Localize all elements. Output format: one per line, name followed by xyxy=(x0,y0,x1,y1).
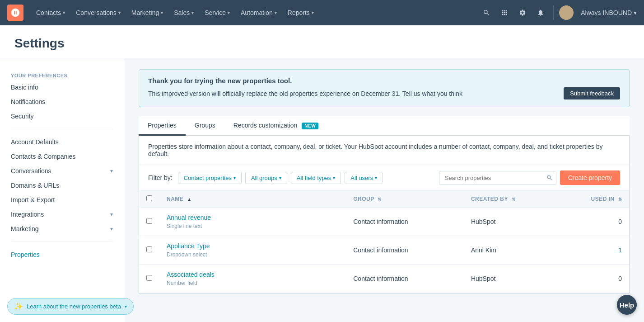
sidebar-item-account-defaults[interactable]: Account Defaults xyxy=(0,135,124,149)
sidebar-item-properties[interactable]: Properties xyxy=(0,247,124,262)
chevron-down-icon: ▾ xyxy=(110,226,113,232)
sort-icon-name[interactable]: ▲ xyxy=(187,197,191,202)
table-row: Annual revenue Single line text Contact … xyxy=(139,208,629,236)
chevron-down-icon: ▾ xyxy=(375,175,377,180)
chevron-down-icon: ▾ xyxy=(279,175,281,180)
apps-icon[interactable] xyxy=(497,5,512,20)
search-input[interactable] xyxy=(439,171,556,185)
sidebar-item-notifications[interactable]: Notifications xyxy=(0,95,124,109)
nav-item-contacts[interactable]: Contacts ▾ xyxy=(31,0,70,25)
notifications-icon[interactable] xyxy=(533,5,548,20)
property-type: Number field xyxy=(167,280,197,286)
row-used-cell: 1 xyxy=(558,236,629,265)
hubspot-logo[interactable] xyxy=(7,5,23,21)
tab-groups[interactable]: Groups xyxy=(186,116,224,136)
search-submit-button[interactable] xyxy=(546,175,553,181)
property-name-link[interactable]: Annual revenue xyxy=(167,214,339,221)
sidebar-item-contacts-companies[interactable]: Contacts & Companies xyxy=(0,149,124,164)
row-checkbox-2[interactable] xyxy=(146,275,152,281)
filter-all-field-types[interactable]: All field types ▾ xyxy=(291,172,341,184)
sort-icon-group[interactable]: ⇅ xyxy=(378,197,382,202)
select-all-cell xyxy=(139,191,159,208)
row-name-cell: Associated deals Number field xyxy=(159,265,346,293)
row-created-cell: HubSpot xyxy=(464,265,558,293)
filter-contact-properties[interactable]: Contact properties ▾ xyxy=(178,172,242,184)
banner-title: Thank you for trying the new properties … xyxy=(148,77,620,85)
settings-header: Settings xyxy=(0,25,644,58)
sidebar-item-marketing[interactable]: Marketing ▾ xyxy=(0,222,124,236)
settings-icon[interactable] xyxy=(515,5,530,20)
sidebar-divider xyxy=(11,129,113,129)
search-icon[interactable] xyxy=(479,5,494,20)
page-body: Settings Your preferences Basic info Not… xyxy=(0,25,644,322)
property-type: Single line text xyxy=(167,223,202,229)
create-property-button[interactable]: Create property xyxy=(560,170,620,185)
property-name-link[interactable]: Appliance Type xyxy=(167,242,339,250)
row-group-cell: Contact information xyxy=(346,236,464,265)
column-group: GROUP ⇅ xyxy=(346,191,464,208)
nav-item-sales[interactable]: Sales ▾ xyxy=(168,0,199,25)
filter-by-label: Filter by: xyxy=(148,174,173,181)
new-badge: NEW xyxy=(302,123,318,129)
chevron-down-icon: ▾ xyxy=(125,304,127,309)
tab-records-customization[interactable]: Records customization NEW xyxy=(224,116,327,136)
nav-right: Always INBOUND ▾ xyxy=(479,5,637,20)
submit-feedback-button[interactable]: Submit feedback xyxy=(564,87,620,99)
chevron-down-icon: ▾ xyxy=(634,9,637,16)
nav-item-conversations[interactable]: Conversations ▾ xyxy=(70,0,126,25)
sidebar-item-domains-urls[interactable]: Domains & URLs xyxy=(0,178,124,193)
learn-beta-button[interactable]: ✨ Learn about the new properties beta ▾ xyxy=(7,298,134,315)
account-name[interactable]: Always INBOUND ▾ xyxy=(581,9,637,16)
row-checkbox-cell xyxy=(139,208,159,236)
chevron-down-icon: ▾ xyxy=(233,175,236,180)
filter-all-users[interactable]: All users ▾ xyxy=(345,172,383,184)
chevron-down-icon: ▾ xyxy=(110,168,113,174)
row-name-cell: Annual revenue Single line text xyxy=(159,208,346,236)
nav-item-marketing[interactable]: Marketing ▾ xyxy=(126,0,168,25)
used-count[interactable]: 1 xyxy=(618,246,622,254)
property-name-link[interactable]: Associated deals xyxy=(167,271,339,278)
sidebar: Your preferences Basic info Notification… xyxy=(0,58,124,322)
chevron-down-icon: ▾ xyxy=(228,10,230,15)
avatar[interactable] xyxy=(559,5,574,20)
search-container xyxy=(439,171,556,185)
row-created-cell: Anni Kim xyxy=(464,236,558,265)
top-navigation: Contacts ▾ Conversations ▾ Marketing ▾ S… xyxy=(0,0,644,25)
sidebar-section-preferences: Your preferences xyxy=(0,69,124,80)
filter-all-groups[interactable]: All groups ▾ xyxy=(245,172,287,184)
row-used-cell: 0 xyxy=(558,265,629,293)
help-button[interactable]: Help xyxy=(617,295,637,315)
row-checkbox-1[interactable] xyxy=(146,246,152,252)
row-used-cell: 0 xyxy=(558,208,629,236)
sidebar-item-import-export[interactable]: Import & Export xyxy=(0,193,124,207)
sparkle-icon: ✨ xyxy=(14,302,23,311)
sort-icon-created[interactable]: ⇅ xyxy=(512,197,516,202)
sidebar-item-integrations[interactable]: Integrations ▾ xyxy=(0,207,124,222)
main-content: Thank you for trying the new properties … xyxy=(124,58,644,322)
row-created-cell: HubSpot xyxy=(464,208,558,236)
nav-item-automation[interactable]: Automation ▾ xyxy=(235,0,282,25)
info-banner: Thank you for trying the new properties … xyxy=(139,69,630,107)
row-checkbox-0[interactable] xyxy=(146,218,152,224)
settings-layout: Your preferences Basic info Notification… xyxy=(0,58,644,322)
chevron-down-icon: ▾ xyxy=(110,211,113,218)
sidebar-item-conversations[interactable]: Conversations ▾ xyxy=(0,164,124,178)
sidebar-divider-2 xyxy=(11,242,113,242)
sidebar-item-security[interactable]: Security xyxy=(0,109,124,123)
table-row: Appliance Type Dropdown select Contact i… xyxy=(139,236,629,265)
row-name-cell: Appliance Type Dropdown select xyxy=(159,236,346,265)
sidebar-item-basic-info[interactable]: Basic info xyxy=(0,80,124,95)
sort-icon-used[interactable]: ⇅ xyxy=(618,197,622,202)
select-all-checkbox[interactable] xyxy=(146,195,152,201)
tab-properties[interactable]: Properties xyxy=(139,116,186,136)
tab-panel-properties: Properties store information about a con… xyxy=(139,136,630,294)
chevron-down-icon: ▾ xyxy=(333,175,335,180)
row-checkbox-cell xyxy=(139,265,159,293)
nav-items: Contacts ▾ Conversations ▾ Marketing ▾ S… xyxy=(31,0,479,25)
nav-item-reports[interactable]: Reports ▾ xyxy=(282,0,319,25)
property-type: Dropdown select xyxy=(167,251,207,258)
row-checkbox-cell xyxy=(139,236,159,265)
properties-table: NAME ▲ GROUP ⇅ CREATED BY ⇅ xyxy=(139,191,629,293)
page-title: Settings xyxy=(14,36,630,51)
nav-item-service[interactable]: Service ▾ xyxy=(199,0,235,25)
